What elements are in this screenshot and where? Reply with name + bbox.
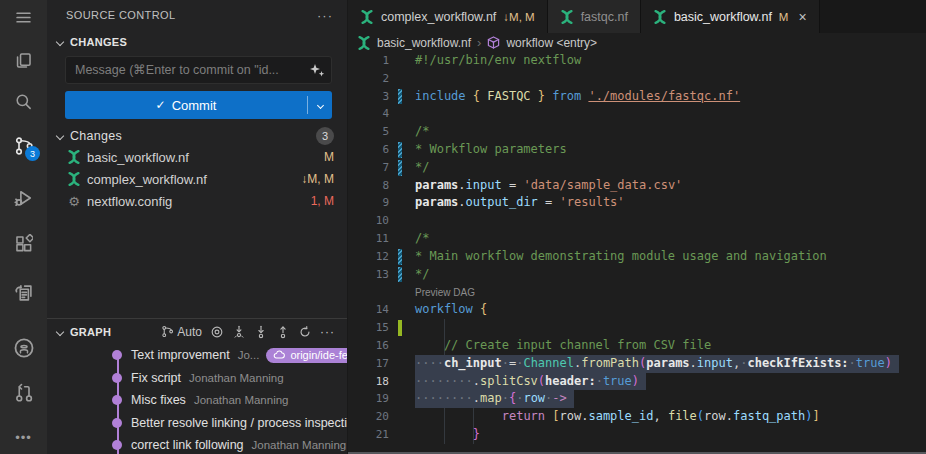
commit-row[interactable]: correct link followingJonathan Manning [47,434,347,454]
code-line-2[interactable]: 2 [348,70,926,88]
line-number: 16 [348,337,389,355]
code-line-15[interactable]: 15 [348,319,926,337]
scm-file-row[interactable]: complex_workflow.nf↓M, M [47,168,347,190]
gutter-added-icon[interactable] [398,320,402,336]
code-line-21[interactable]: 21 } [348,426,926,444]
code-line-10[interactable]: 10 [348,212,926,230]
file-sync-icon[interactable] [11,280,36,305]
menu-icon[interactable] [11,5,36,30]
commit-row[interactable]: Misc fixesJonathan Manning [47,389,347,412]
gutter-modified-icon[interactable] [398,249,402,265]
tab-label: complex_workflow.nf [381,10,496,24]
push-icon[interactable] [276,325,290,339]
refresh-icon[interactable] [298,325,312,339]
codelens-row: Preview DAG [348,283,926,301]
commit-row[interactable]: Text improvementJo...origin/ide-featu... [47,344,347,367]
code-line-18[interactable]: 18········.splitCsv(header:·true) [348,373,926,391]
commit-author: Jo... [238,349,260,361]
line-number: 2 [348,70,389,88]
commit-row[interactable]: Fix scriptJonathan Manning [47,367,347,390]
code-text: * Workflow parameters [415,141,567,159]
gutter-modified-icon[interactable] [398,142,402,158]
branch-tag-badge[interactable]: origin/ide-featu... [266,348,347,363]
nextflow-file-icon [560,10,574,24]
code-line-4[interactable]: 4 [348,105,926,123]
changes-group-header[interactable]: Changes 3 [47,126,347,146]
line-number: 19 [348,390,389,408]
generate-commit-message-icon[interactable] [308,62,326,78]
code-line-11[interactable]: 11/* [348,230,926,248]
vscode-window: 3 ••• SOURCE CONTROL ··· CHANGES [0,0,926,454]
graph-section-header[interactable]: GRAPH Auto ··· [47,318,347,342]
line-number: 12 [348,248,389,266]
pull-request-icon[interactable] [11,380,36,405]
commit-dropdown-button[interactable] [308,103,332,108]
close-icon[interactable]: × [798,9,806,25]
explorer-icon[interactable] [11,48,36,73]
tab-basic_workflow.nf[interactable]: basic_workflow.nfM× [641,0,820,33]
code-line-5[interactable]: 5/* [348,123,926,141]
commit-message-input[interactable] [66,63,308,77]
more-actions-icon[interactable]: ••• [11,425,36,450]
line-number: 14 [348,301,389,319]
nextflow-file-icon [67,172,81,186]
sidebar-header: SOURCE CONTROL ··· [47,0,347,30]
file-name: basic_workflow.nf [87,150,189,165]
changes-section-label: CHANGES [70,36,127,48]
branch-tag-label: origin/ide-featu... [290,349,347,361]
code-line-13[interactable]: 13*/ [348,266,926,284]
extensions-icon[interactable] [11,231,36,256]
fetch-icon[interactable] [232,325,246,339]
commit-row[interactable]: Better resolve linking / process inspect… [47,412,347,435]
commit-message: Fix script [131,371,181,385]
sidebar-more-icon[interactable]: ··· [317,8,333,23]
commit-button[interactable]: ✓ Commit [65,91,332,119]
graph-more-icon[interactable]: ··· [320,325,335,339]
scm-file-row[interactable]: ⚙nextflow.config1, M [47,190,347,212]
code-line-16[interactable]: 16 // Create input channel from CSV file [348,337,926,355]
tab-label: basic_workflow.nf [674,10,772,24]
search-icon[interactable] [11,89,36,114]
gutter-modified-icon[interactable] [398,160,402,176]
repo-picker-button[interactable]: Auto [161,325,202,339]
tab-complex_workflow.nf[interactable]: complex_workflow.nf↓M, M [348,0,548,33]
code-text: } [415,426,480,444]
code-line-6[interactable]: 6* Workflow parameters [348,141,926,159]
breadcrumb-file[interactable]: basic_workflow.nf [377,36,471,50]
changes-count-badge: 3 [316,127,334,145]
codelens-preview-dag[interactable]: Preview DAG [415,287,475,298]
nextflow-file-icon [653,10,667,24]
commit-dot-icon [112,440,122,450]
code-line-19[interactable]: 19········.map·{·row·-> [348,390,926,408]
breadcrumb-symbol[interactable]: workflow <entry> [506,36,597,50]
line-number: 13 [348,266,389,284]
code-text: // Create input channel from CSV file [415,337,711,355]
commit-author: Jonathan Manning [194,394,289,406]
code-line-17[interactable]: 17····ch_input·=·Channel.fromPath(params… [348,355,926,373]
code-line-8[interactable]: 8params.input = 'data/sample_data.csv' [348,177,926,195]
code-line-1[interactable]: 1#!/usr/bin/env nextflow [348,52,926,70]
file-name: complex_workflow.nf [87,172,207,187]
code-line-9[interactable]: 9params.output_dir = 'results' [348,194,926,212]
code-line-12[interactable]: 12* Main workflow demonstrating module u… [348,248,926,266]
changes-section-header[interactable]: CHANGES [47,34,347,50]
tab-status-badge: M [779,11,789,23]
code-line-14[interactable]: 14workflow { [348,301,926,319]
goto-current-icon[interactable] [210,325,224,339]
gutter-modified-icon[interactable] [398,267,402,283]
line-number: 1 [348,52,389,70]
run-debug-icon[interactable] [11,185,36,210]
code-editor[interactable]: 1#!/usr/bin/env nextflow23include { FAST… [348,52,926,454]
github-icon[interactable] [11,335,36,360]
nextflow-file-icon [357,36,371,50]
code-text: params.output_dir = 'results' [415,194,625,212]
pull-icon[interactable] [254,325,268,339]
source-control-icon[interactable]: 3 [11,133,36,158]
code-line-7[interactable]: 7*/ [348,159,926,177]
tab-fastqc.nf[interactable]: fastqc.nf [548,0,641,33]
gutter-modified-icon[interactable] [398,89,402,105]
scm-file-row[interactable]: basic_workflow.nfM [47,146,347,168]
check-icon: ✓ [156,98,166,112]
code-line-3[interactable]: 3include { FASTQC } from './modules/fast… [348,88,926,106]
code-line-20[interactable]: 20 return [row.sample_id, file(row.fastq… [348,408,926,426]
